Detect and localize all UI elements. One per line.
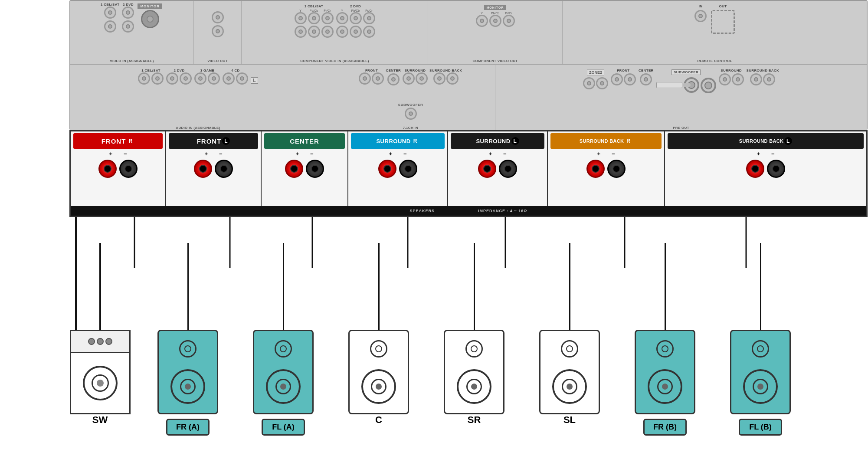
fl-a-tweeter [275,340,292,357]
sb-l-letter: L [784,137,792,145]
sl-tweeter [561,340,578,357]
terminal-front-l: FRONT L + − [166,131,262,216]
audio-in-dvd-l [166,72,178,85]
preout-center [640,73,652,85]
comp-in-pb1 [308,12,320,24]
front-r-pos [98,160,117,178]
terminal-label-sb-r: SURROUND BACK R [550,133,662,149]
video-in-section: 1 CBL/SAT 2 DVD [70,1,194,64]
terminal-label-surround-l: SURROUND L [451,133,544,149]
terminal-label-front-r: FRONT R [73,133,163,149]
speaker-terminals: FRONT R + − FRONT L + [69,130,868,217]
sr-tweeter [465,340,483,357]
monitor-conn-1 [141,10,159,28]
surr-l-pos [478,160,496,178]
71-center [387,73,400,85]
center-neg [306,160,324,178]
fl-b-tweeter [752,340,769,357]
sb-r-neg [607,160,626,178]
video-out-conn-2 [212,25,224,37]
fl-b-box [730,330,791,414]
fr-b-box [635,330,695,414]
fl-a-box [253,330,314,414]
receiver-panel: 1 CBL/SAT 2 DVD [69,0,868,130]
audio-in-cd-r [236,72,248,85]
comp-out-pb [489,15,501,27]
center-pos [285,160,303,178]
audio-in-game-r [208,72,220,85]
preout-surr-r [732,73,744,85]
71-front-r [372,72,384,85]
71-sb-l [433,72,445,85]
fr-b-woofer [648,369,682,404]
terminal-label-sb-l: SURROUND BACK L [668,133,864,149]
video-in-conn-2 [104,20,116,33]
preout-sb-l [750,73,762,85]
sw-box [70,330,131,414]
remote-out-box [711,10,735,34]
surr-r-neg [399,160,417,178]
video-in-conn-3 [122,7,134,19]
front-l-pos [194,160,212,178]
terminal-front-r: FRONT R + − [71,131,166,216]
front-l-neg [215,160,233,178]
fr-a-label: FR (A) [166,419,210,436]
preout-sb-r [763,73,775,85]
audio-in-dvd-r [180,72,192,85]
surr-r-pos [378,160,396,178]
sr-label: SR [468,414,481,426]
terminal-surround-r: SURROUND R + − [348,131,448,216]
video-out-section: VIDEO OUT [194,1,242,64]
preout-front-l [611,73,623,85]
surr-l-neg [499,160,517,178]
terminal-label-surround-r: SURROUND R [351,133,445,149]
sl-box [539,330,600,414]
speaker-fl-a: FL (A) [236,243,331,436]
sb-l-pos [746,160,764,178]
comp-in-pr2b [363,26,375,38]
terminal-label-front-l: FRONT L [169,133,258,149]
comp-in-pb2 [350,12,362,24]
terminal-center: CENTER + − [262,131,348,216]
front-l-letter: L [222,137,230,145]
71-front-l [359,72,371,85]
speaker-sl: SL [522,243,617,426]
main-container: 1 CBL/SAT 2 DVD [0,0,868,469]
preout-front-r [624,73,636,85]
preout-zone2-r [596,77,608,89]
sb-r-letter: R [625,137,632,145]
video-in-conn-1 [104,7,116,19]
fl-b-woofer [743,369,778,404]
sl-woofer [552,369,587,404]
audio-in-game-l [194,72,206,85]
fl-a-label: FL (A) [262,419,305,436]
comp-in-pr1b [321,26,334,38]
terminal-surround-l: SURROUND L + − [448,131,548,216]
speaker-sw: SW [60,243,140,426]
sb-l-neg [767,160,785,178]
comp-video-out-section: MONITOR Y Pb/Cb Pr/Cr [428,1,563,64]
comp-in-y2b [336,26,348,38]
71-sb-r [446,72,459,85]
speaker-sr: SR [426,243,522,426]
monitor-label-2: MONITOR [484,5,507,10]
c-label: C [375,414,382,426]
terminal-label-center: CENTER [264,133,345,149]
sw-top [71,331,129,353]
comp-in-pr1 [321,12,334,24]
speaker-c: C [331,243,426,426]
audio-in-cbl-r [151,72,164,85]
zone2-label: ZONE2 [587,69,604,75]
fr-a-woofer [170,369,205,404]
sr-box [444,330,504,414]
ch71-section: FRONT CENTER SURROUND [326,65,495,131]
fr-b-label: FR (B) [643,419,687,436]
impedance-bar-label: IMPEDANCE : 4 ~ 16Ω [478,209,527,213]
preout-surr-l [719,73,731,85]
terminal-sb-l: SURROUND BACK L + − [665,131,866,216]
comp-in-pb1b [308,26,320,38]
comp-in-pr2 [363,12,375,24]
fl-a-woofer [266,369,301,404]
remote-in-conn [694,10,707,22]
comp-out-pr [503,15,515,27]
